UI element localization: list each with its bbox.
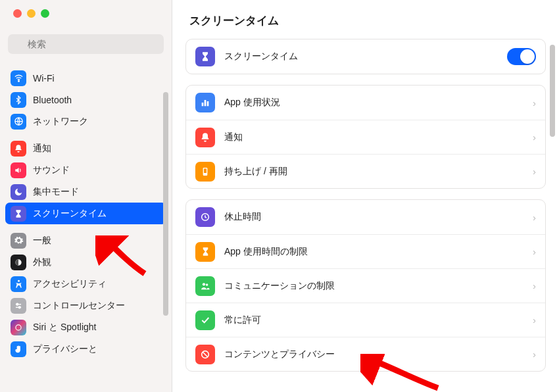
chevron-right-icon: › [533, 280, 536, 291]
row-label: 常に許可 [224, 314, 533, 326]
sidebar-item-network[interactable]: ネットワーク [5, 110, 166, 132]
row-label: スクリーンタイム [224, 51, 507, 62]
screentime-toggle[interactable] [507, 48, 536, 65]
sidebar-item-label: コントロールセンター [33, 300, 125, 312]
wifi-icon [11, 70, 26, 86]
chevron-right-icon: › [533, 97, 536, 109]
sidebar-item-label: プライバシーと [33, 343, 97, 355]
hourglass-icon [11, 206, 26, 222]
svg-point-2 [18, 80, 19, 82]
sidebar-item-sound[interactable]: サウンド [5, 159, 166, 181]
nosign-icon [195, 345, 215, 364]
svg-rect-15 [204, 168, 207, 173]
toggle-knob [520, 49, 535, 64]
panel-limits: 休止時間 › App 使用時間の制限 › コミュニケーションの制限 › [185, 199, 546, 372]
chevron-right-icon: › [533, 246, 536, 257]
hourglass-icon [195, 47, 215, 66]
chevron-right-icon: › [533, 132, 536, 143]
minimize-window-button[interactable] [27, 9, 36, 18]
chevron-right-icon: › [533, 314, 536, 326]
svg-point-9 [18, 306, 20, 308]
sidebar-item-controlcenter[interactable]: コントロールセンター [5, 295, 166, 316]
siri-icon [11, 320, 26, 335]
sidebar-item-label: アクセシビリティ [33, 278, 107, 290]
main-content: スクリーンタイム スクリーンタイム App 使用状況 › [172, 0, 559, 392]
pickup-icon [195, 162, 215, 182]
hand-icon [11, 341, 26, 357]
row-content-privacy[interactable]: コンテンツとプライバシー › [186, 337, 545, 371]
row-label: 通知 [224, 132, 533, 143]
svg-line-20 [203, 352, 208, 357]
sidebar-item-notifications[interactable]: 通知 [5, 137, 166, 159]
sidebar-item-appearance[interactable]: 外観 [5, 251, 166, 273]
hourglass-icon [195, 242, 215, 262]
clock-icon [195, 207, 215, 227]
people-icon [195, 276, 215, 296]
sidebar-nav: Wi-Fi Bluetooth ネットワーク [0, 59, 172, 385]
sidebar-item-label: ネットワーク [33, 116, 88, 128]
row-communication-limits[interactable]: コミュニケーションの制限 › [186, 268, 545, 303]
svg-point-17 [203, 283, 205, 285]
sidebar-item-siri[interactable]: Siri と Spotlight [5, 316, 166, 338]
page-title: スクリーンタイム [185, 0, 546, 39]
row-label: App 使用時間の制限 [224, 246, 533, 258]
gear-icon [11, 233, 26, 249]
sidebar-item-accessibility[interactable]: アクセシビリティ [5, 273, 166, 295]
globe-icon [11, 114, 26, 130]
svg-point-5 [18, 280, 20, 282]
close-window-button[interactable] [13, 9, 22, 18]
moon-icon [11, 184, 26, 200]
zoom-window-button[interactable] [41, 9, 49, 18]
sidebar-item-label: 通知 [33, 143, 51, 155]
search-input[interactable] [8, 34, 164, 54]
sidebar-scrollbar[interactable] [163, 92, 169, 335]
main-scrollbar-thumb[interactable] [550, 45, 555, 137]
svg-point-18 [206, 283, 208, 285]
row-label: 持ち上げ / 再開 [224, 166, 533, 178]
row-notifications-report[interactable]: 通知 › [186, 120, 545, 154]
sidebar-item-label: Bluetooth [33, 95, 72, 105]
sidebar-item-general[interactable]: 一般 [5, 230, 166, 251]
sidebar-item-label: Siri と Spotlight [33, 322, 96, 333]
svg-rect-11 [202, 103, 204, 106]
chart-icon [195, 93, 215, 112]
appearance-icon [11, 255, 26, 270]
speaker-icon [11, 162, 26, 178]
row-screentime-toggle[interactable]: スクリーンタイム [186, 39, 545, 74]
row-label: コミュニケーションの制限 [224, 280, 533, 292]
svg-rect-13 [207, 101, 209, 106]
svg-point-10 [16, 324, 21, 330]
svg-rect-12 [205, 100, 207, 106]
check-icon [195, 310, 215, 330]
chevron-right-icon: › [533, 349, 536, 360]
panel-usage: App 使用状況 › 通知 › 持ち上げ / 再開 › [185, 85, 546, 189]
bluetooth-icon [11, 92, 26, 108]
svg-point-7 [16, 303, 18, 305]
row-label: コンテンツとプライバシー [224, 349, 533, 360]
bell-icon [11, 141, 26, 157]
sidebar-item-bluetooth[interactable]: Bluetooth [5, 89, 166, 110]
row-app-usage[interactable]: App 使用状況 › [186, 86, 545, 120]
row-always-allowed[interactable]: 常に許可 › [186, 303, 545, 337]
sidebar-item-wifi[interactable]: Wi-Fi [5, 67, 166, 89]
row-downtime[interactable]: 休止時間 › [186, 200, 545, 234]
search-box [8, 34, 164, 54]
sidebar-item-label: スクリーンタイム [33, 208, 107, 220]
chevron-right-icon: › [533, 212, 536, 223]
bell-icon [195, 128, 215, 147]
row-app-limits[interactable]: App 使用時間の制限 › [186, 234, 545, 268]
sidebar-item-focus[interactable]: 集中モード [5, 181, 166, 203]
sidebar-item-label: サウンド [33, 164, 70, 176]
sidebar-item-screentime[interactable]: スクリーンタイム [5, 203, 166, 224]
accessibility-icon [11, 276, 26, 292]
panel-screentime-toggle: スクリーンタイム [185, 39, 546, 74]
sidebar-item-privacy[interactable]: プライバシーと [5, 338, 166, 360]
sidebar-item-label: 集中モード [33, 186, 79, 198]
row-wake[interactable]: 持ち上げ / 再開 › [186, 154, 545, 188]
sliders-icon [11, 298, 26, 314]
sidebar-item-label: Wi-Fi [33, 73, 55, 84]
sidebar: Wi-Fi Bluetooth ネットワーク [0, 0, 172, 392]
sidebar-scrollbar-thumb[interactable] [163, 92, 168, 316]
sidebar-item-label: 外観 [33, 257, 51, 268]
sidebar-item-label: 一般 [33, 235, 51, 247]
